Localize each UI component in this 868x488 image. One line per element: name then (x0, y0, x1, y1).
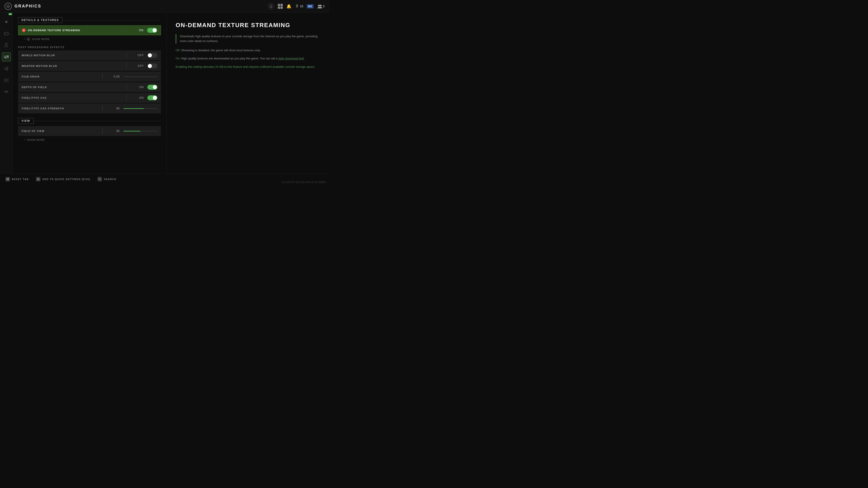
svg-rect-25 (6, 180, 7, 180)
setting-film-grain[interactable]: FILM GRAIN 0.00 (18, 72, 161, 82)
reset-tab-button[interactable]: RESET TAB (5, 177, 29, 182)
svg-point-30 (99, 178, 100, 180)
detail-description: Downloads high quality textures to your … (180, 34, 320, 43)
show-more-details[interactable]: └ ⊕ SHOW MORE (18, 36, 161, 42)
setting-label-on-demand: ON-DEMAND TEXTURE STREAMING (28, 29, 123, 32)
setting-value-cas: ON (130, 96, 144, 99)
toggle-weapon-blur[interactable] (147, 64, 157, 68)
setting-label-world-blur: WORLD MOTION BLUR (22, 54, 123, 57)
show-more-view[interactable]: └ SHOW MORE (18, 137, 161, 143)
add-quick-icon (36, 177, 40, 182)
svg-point-4 (318, 5, 320, 6)
detail-panel: ON-DEMAND TEXTURE STREAMING Downloads hi… (166, 13, 329, 173)
setting-label-cas-strength: FIDELITYFX CAS STRENGTH (22, 107, 99, 110)
divider (102, 128, 103, 134)
sidebar-item-profile[interactable] (2, 41, 11, 50)
post-processing-header: POST PROCESSING EFFECTS (18, 46, 161, 48)
on-label: On: (176, 57, 180, 60)
setting-label-weapon-blur: WEAPON MOTION BLUR (22, 65, 123, 67)
setting-fidelityfx-cas-strength[interactable]: FIDELITYFX CAS STRENGTH 60 (18, 103, 161, 113)
people-icon[interactable]: 2 (317, 4, 324, 8)
divider (126, 85, 127, 90)
svg-point-1 (8, 6, 8, 7)
svg-point-9 (7, 33, 7, 34)
sidebar-item-list[interactable] (2, 76, 11, 85)
sidebar-item-audio[interactable] (2, 64, 11, 73)
setting-label-film-grain: FILM GRAIN (22, 75, 99, 78)
version-info: 9.3.12471471 [255:255:1444+1] Tmc [6995] (281, 181, 326, 184)
main-content: DETAILS & TEXTURES ✕ ON-DEMAND TEXTURE S… (13, 13, 329, 173)
divider (126, 53, 127, 58)
toggle-dof[interactable] (147, 85, 157, 90)
slider-cas-strength[interactable] (123, 108, 157, 109)
setting-value-cas-strength: 60 (106, 107, 120, 110)
app-logo (4, 3, 12, 10)
reset-tab-label: RESET TAB (12, 178, 29, 181)
sidebar-item-graphics[interactable]: 48 (2, 53, 11, 61)
detail-title: ON-DEMAND TEXTURE STREAMING (176, 22, 320, 29)
settings-panel: DETAILS & TEXTURES ✕ ON-DEMAND TEXTURE S… (13, 13, 166, 173)
setting-fidelityfx-cas[interactable]: FIDELITYFX CAS ON (18, 93, 161, 103)
setting-on-demand-texture-streaming[interactable]: ✕ ON-DEMAND TEXTURE STREAMING ON (18, 25, 161, 35)
divider (126, 63, 127, 69)
details-textures-header: DETAILS & TEXTURES (18, 17, 161, 23)
sidebar-item-gamepad[interactable] (2, 29, 11, 38)
divider (126, 95, 127, 101)
header: GRAPHICS 🔔 🎙 15 (0, 0, 329, 13)
setting-weapon-motion-blur[interactable]: WEAPON MOTION BLUR OFF (18, 61, 161, 71)
sidebar-item-favorites[interactable]: ★ (2, 17, 11, 26)
detail-description-block: Downloads high quality textures to your … (176, 34, 320, 43)
bottom-bar: RESET TAB ADD TO QUICK SETTINGS [8/15] S… (0, 173, 329, 184)
search-icon (97, 177, 102, 182)
grid-icon[interactable] (278, 4, 283, 9)
svg-rect-23 (6, 178, 7, 179)
page-title: GRAPHICS (14, 4, 41, 8)
detail-off-text: Off: Streaming is disabled, the game wil… (176, 48, 320, 53)
search-label: SEARCH (104, 178, 116, 181)
setting-value-weapon-blur: OFF (130, 64, 144, 68)
error-icon: ✕ (22, 29, 26, 32)
sidebar-item-signal[interactable] (2, 88, 11, 97)
toggle-world-blur[interactable] (147, 53, 157, 58)
setting-label-fov: FIELD OF VIEW (22, 130, 99, 132)
setting-value-dof: ON (130, 86, 144, 89)
add-to-quick-settings-button[interactable]: ADD TO QUICK SETTINGS [8/15] (36, 177, 90, 182)
on-description-end: . (305, 57, 306, 60)
svg-point-10 (7, 34, 8, 34)
svg-point-11 (5, 43, 7, 45)
svg-point-5 (320, 5, 322, 6)
toggle-cas[interactable] (147, 95, 157, 100)
setting-value-fov: 90 (106, 129, 120, 133)
section-label-view: VIEW (18, 118, 34, 124)
divider (102, 106, 103, 111)
toggle-on-demand[interactable] (147, 28, 157, 33)
svg-rect-24 (8, 178, 9, 179)
svg-rect-15 (7, 55, 8, 57)
setting-world-motion-blur[interactable]: WORLD MOTION BLUR OFF (18, 51, 161, 60)
divider (102, 74, 103, 79)
svg-point-3 (271, 7, 271, 7)
phone-icon[interactable] (268, 3, 274, 9)
off-label: Off: (176, 48, 180, 52)
svg-rect-16 (5, 57, 6, 58)
mic-icon[interactable]: 🎙 15 (295, 4, 303, 8)
daily-download-link[interactable]: daily download limit (278, 57, 304, 60)
search-button[interactable]: SEARCH (97, 177, 116, 182)
slider-fov[interactable] (123, 131, 157, 131)
svg-rect-26 (8, 180, 9, 180)
header-icons: 🔔 🎙 15 RS 2 (268, 3, 324, 9)
notification-icon[interactable]: 🔔 (286, 4, 291, 9)
setting-value-film-grain: 0.00 (106, 75, 120, 78)
slider-film-grain[interactable] (123, 76, 157, 77)
rs-badge[interactable]: RS (307, 4, 313, 8)
setting-depth-of-field[interactable]: DEPTH OF FIELD ON (18, 82, 161, 92)
svg-point-22 (6, 92, 7, 93)
show-more-label: SHOW MORE (32, 38, 50, 40)
setting-value-on-demand: ON (130, 29, 144, 32)
detail-warning: Enabling this setting allocates 24 GB to… (176, 65, 320, 69)
svg-marker-17 (5, 67, 7, 70)
off-description: Streaming is disabled, the game will sho… (181, 48, 260, 52)
setting-field-of-view[interactable]: FIELD OF VIEW 90 (18, 126, 161, 136)
setting-value-world-blur: OFF (130, 54, 144, 57)
section-label-details: DETAILS & TEXTURES (18, 17, 62, 23)
